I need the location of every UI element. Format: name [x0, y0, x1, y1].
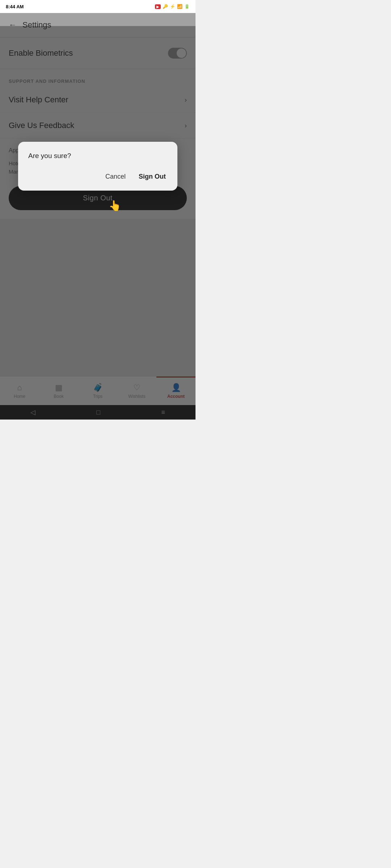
confirm-dialog: Are you sure? Cancel Sign Out: [18, 142, 177, 191]
video-recording-icon: ▶: [155, 4, 161, 9]
status-bar: 8:44 AM ▶ 🔑 ⚡ 📶 🔋: [0, 0, 196, 13]
wifi-icon: 📶: [177, 4, 182, 9]
status-icons: ▶ 🔑 ⚡ 📶 🔋: [155, 4, 190, 9]
key-icon: 🔑: [163, 4, 168, 9]
bluetooth-icon: ⚡: [170, 4, 175, 9]
cursor-pointer: 👆: [109, 200, 121, 212]
confirm-dialog-overlay: Are you sure? Cancel Sign Out 👆: [0, 26, 196, 420]
battery-icon: 🔋: [184, 4, 190, 9]
dialog-actions: Cancel Sign Out: [28, 170, 167, 183]
sign-out-confirm-button[interactable]: Sign Out: [137, 170, 167, 183]
cancel-button[interactable]: Cancel: [104, 170, 127, 183]
status-time: 8:44 AM: [6, 4, 24, 9]
page-content: ← Settings Enable Biometrics SUPPORT AND…: [0, 13, 196, 420]
dialog-title: Are you sure?: [28, 152, 167, 160]
